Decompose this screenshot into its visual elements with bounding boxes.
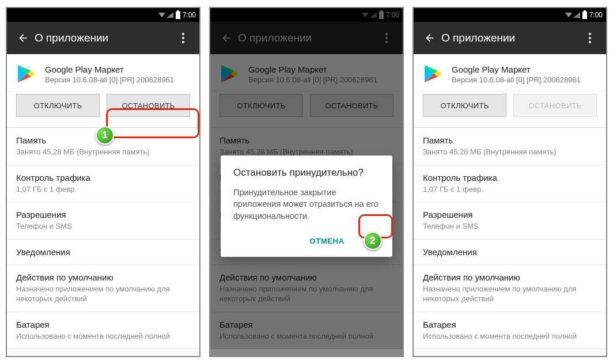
disable-button[interactable]: ОТКЛЮЧИТЬ: [423, 94, 506, 117]
memory-item[interactable]: Память Занято 45,28 МБ (Внутренняя памят…: [7, 128, 199, 165]
battery-item[interactable]: Батарея Использовано с момента последней…: [7, 312, 199, 350]
clock: 7:00: [183, 11, 196, 19]
app-version: Версия 10.6.08-all [0] [PR] 200628961: [452, 75, 581, 84]
google-play-icon: [16, 63, 37, 84]
dialog-ok-button[interactable]: ОК: [357, 231, 384, 251]
button-row: ОТКЛЮЧИТЬ ОСТАНОВИТЬ: [7, 92, 199, 128]
dialog-cancel-button[interactable]: ОТМЕНА: [301, 231, 352, 251]
defaults-item[interactable]: Действия по умолчанию Назначено приложен…: [7, 265, 199, 312]
dialog-body: Принудительное закрытие приложения может…: [233, 187, 380, 222]
status-bar: 7:00: [7, 8, 199, 22]
battery-icon: [582, 12, 587, 19]
dialog-title: Остановить принудительно?: [233, 167, 380, 179]
notifications-item[interactable]: Уведомления: [7, 240, 199, 265]
traffic-item[interactable]: Контроль трафика 1,07 ГБ с 1 февр.: [414, 165, 606, 203]
phone-screen-3: 7:00 О приложении Google Play Маркет Вер…: [413, 7, 607, 357]
app-bar: О приложении: [414, 22, 606, 54]
overflow-menu-icon[interactable]: [172, 26, 195, 50]
battery-icon: [176, 12, 180, 19]
wifi-icon: [565, 13, 572, 17]
phone-screen-1: 7:00 О приложении Google Play Маркет Вер…: [6, 7, 200, 357]
traffic-item[interactable]: Контроль трафика 1,07 ГБ с 1 февр.: [7, 165, 199, 203]
app-name: Google Play Маркет: [45, 65, 174, 74]
button-row: ОТКЛЮЧИТЬ ОСТАНОВИТЬ: [414, 92, 606, 128]
app-header: Google Play Маркет Версия 10.6.08-all [0…: [7, 54, 199, 92]
app-version: Версия 10.6.08-all [0] [PR] 200628961: [45, 75, 174, 84]
google-play-icon: [423, 63, 444, 84]
force-stop-button[interactable]: ОСТАНОВИТЬ: [107, 94, 190, 117]
signal-icon: [167, 12, 173, 18]
permissions-item[interactable]: Разрешения Телефон и SMS: [7, 202, 199, 240]
notifications-item[interactable]: Уведомления: [414, 240, 606, 265]
memory-item[interactable]: Память Занято 45,28 МБ (Внутренняя памят…: [414, 128, 606, 165]
defaults-item[interactable]: Действия по умолчанию Назначено приложен…: [414, 265, 606, 312]
phone-screen-2: 7:00 О приложении Google Play Маркет Вер…: [209, 7, 404, 357]
back-icon[interactable]: [12, 26, 35, 50]
overflow-menu-icon[interactable]: [578, 26, 601, 50]
permissions-item[interactable]: Разрешения Телефон и SMS: [414, 202, 606, 240]
force-stop-dialog: Остановить принудительно? Принудительное…: [221, 156, 392, 257]
status-bar: 7:00: [414, 8, 606, 22]
app-bar: О приложении: [7, 22, 199, 54]
clock: 7:00: [589, 11, 603, 19]
page-title: О приложении: [35, 32, 172, 44]
app-header: Google Play Маркет Версия 10.6.08-all [0…: [414, 54, 606, 92]
wifi-icon: [158, 13, 165, 17]
back-icon[interactable]: [418, 26, 441, 50]
disable-button[interactable]: ОТКЛЮЧИТЬ: [16, 94, 100, 117]
force-stop-button-disabled: ОСТАНОВИТЬ: [513, 94, 597, 117]
signal-icon: [573, 12, 580, 18]
dialog-actions: ОТМЕНА ОК: [229, 231, 384, 251]
page-title: О приложении: [441, 32, 578, 44]
battery-item[interactable]: Батарея Использовано с момента последней…: [414, 312, 606, 350]
app-name: Google Play Маркет: [452, 65, 581, 74]
